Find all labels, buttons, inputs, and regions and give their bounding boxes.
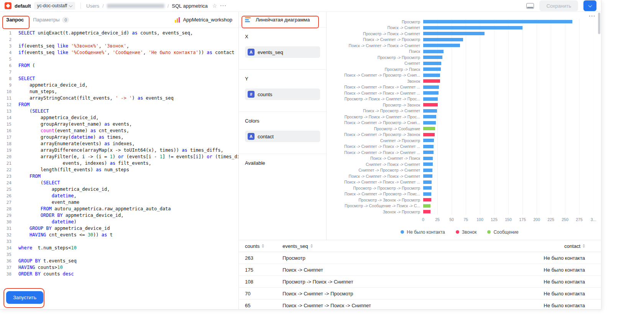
chart-bar[interactable] xyxy=(423,133,435,136)
chart-bar[interactable] xyxy=(423,162,433,166)
scrollbar[interactable] xyxy=(598,13,600,220)
code-line[interactable]: 2 xyxy=(0,36,238,43)
code-line[interactable]: 18 arrayEnumerate(events) as indexes, xyxy=(0,141,238,147)
chart-bar[interactable] xyxy=(423,62,441,65)
chart-bar[interactable] xyxy=(423,127,435,130)
code-line[interactable]: 37HAVING counts>10 xyxy=(0,264,238,271)
chart-bar[interactable] xyxy=(423,186,432,190)
tab-query[interactable]: Запрос xyxy=(6,17,24,23)
chart-bar[interactable] xyxy=(423,121,436,125)
table-row[interactable]: 108Просмотр -> Поиск -> СниппетНе было к… xyxy=(239,276,601,288)
chart-bar[interactable] xyxy=(423,91,439,95)
column-header-events-seq[interactable]: events_seq xyxy=(283,243,497,249)
code-line[interactable]: 11 arrayStringConcat(filt_events, ' -> '… xyxy=(0,95,238,102)
chart-bar[interactable] xyxy=(423,204,430,208)
code-line[interactable]: 36GROUP BY t.events_seq xyxy=(0,258,238,264)
table-row[interactable]: 263ПросмотрНе было контакта xyxy=(239,252,601,264)
chart-bar[interactable] xyxy=(423,85,439,89)
column-header-contact[interactable]: contact xyxy=(497,243,585,249)
chart-bar[interactable] xyxy=(423,44,460,47)
chart-bar[interactable] xyxy=(423,210,430,213)
chart-bar[interactable] xyxy=(423,169,432,172)
code-line[interactable]: 8SELECT xyxy=(0,75,238,82)
code-line[interactable]: 12FROM xyxy=(0,102,238,108)
field-counts[interactable]: # counts xyxy=(245,88,320,100)
table-row[interactable]: 175Поиск -> СниппетНе было контакта xyxy=(239,264,601,276)
chart-bar[interactable] xyxy=(423,97,438,101)
panel-toggle-icon[interactable] xyxy=(526,3,534,9)
connection-selector[interactable]: AppMetrica_workshop xyxy=(175,17,232,23)
chart-bar[interactable] xyxy=(423,38,463,41)
code-line[interactable]: 21 events, indexes) as filt_events, xyxy=(0,160,238,167)
code-line[interactable]: 5 xyxy=(0,56,238,62)
code-line[interactable]: 4if(events_seq like '%Сообщение%', 'Сооб… xyxy=(0,49,238,56)
code-line[interactable]: 6FROM ( xyxy=(0,62,238,69)
table-row[interactable]: 70Поиск -> Сниппет -> ПросмотрНе было ко… xyxy=(239,288,601,300)
code-line[interactable]: 38ORDER BY counts desc xyxy=(0,271,238,277)
chart-type-title[interactable]: Линейчатая диаграмма xyxy=(256,17,310,23)
breadcrumb-users-link[interactable]: Users xyxy=(86,3,99,9)
code-line[interactable]: 30 datetime) xyxy=(0,219,238,225)
sql-code-editor[interactable]: 1SELECT uniqExact(t.appmetrica_device_id… xyxy=(0,28,238,310)
code-line[interactable]: 10 num_steps, xyxy=(0,88,238,95)
field-contact[interactable]: A contact xyxy=(245,131,320,142)
chart-bar[interactable] xyxy=(423,192,431,196)
code-line[interactable]: 7 xyxy=(0,69,238,75)
more-menu-icon[interactable]: ··· xyxy=(220,3,227,9)
code-line[interactable]: 3if(events_seq like '%Звонок%', 'Звонок'… xyxy=(0,43,238,49)
scrollbar-thumb[interactable] xyxy=(598,13,600,34)
chart-bar[interactable] xyxy=(423,198,431,202)
chart-bar[interactable] xyxy=(423,20,572,23)
chart-bar[interactable] xyxy=(423,26,522,29)
code-line[interactable]: 32 HAVING cnt_events <= 30)) as t xyxy=(0,232,238,238)
chart-bar[interactable] xyxy=(423,56,442,59)
code-line[interactable]: 31 GROUP BY appmetrica_device_id xyxy=(0,225,238,232)
code-line[interactable]: 25 appmetrica_device_id, xyxy=(0,186,238,193)
run-button[interactable]: Запустить xyxy=(6,291,43,304)
chart-bar[interactable] xyxy=(423,174,432,178)
field-events-seq[interactable]: A events_seq xyxy=(245,46,320,58)
chart-bar[interactable] xyxy=(423,115,436,118)
code-line[interactable]: 26 datetime, xyxy=(0,193,238,199)
save-button[interactable]: Сохранить xyxy=(539,0,578,11)
legend-item[interactable]: Сообщение xyxy=(487,229,518,235)
tab-parameters[interactable]: Параметры 0 xyxy=(33,17,69,23)
chart-bar[interactable] xyxy=(423,109,437,113)
column-header-counts[interactable]: counts xyxy=(245,243,283,249)
code-line[interactable]: 27 event_name xyxy=(0,199,238,206)
code-line[interactable]: 16 count(event_name) as cnt_events, xyxy=(0,128,238,134)
code-line[interactable]: 23 FROM xyxy=(0,173,238,180)
table-row[interactable]: 65Поиск -> Сниппет -> Поиск -> СниппетНе… xyxy=(239,300,601,310)
code-line[interactable]: 1SELECT uniqExact(t.appmetrica_device_id… xyxy=(0,30,238,36)
chart-bar[interactable] xyxy=(423,157,433,160)
legend-item[interactable]: Не было контакта xyxy=(401,229,445,235)
code-line[interactable]: 33 xyxy=(0,238,238,245)
code-line[interactable]: 35 xyxy=(0,251,238,258)
chart-bar[interactable] xyxy=(423,50,444,53)
chart-bar[interactable] xyxy=(423,79,440,83)
chart-bar[interactable] xyxy=(423,103,438,107)
code-line[interactable]: 9 appmetrica_device_id, xyxy=(0,82,238,88)
code-line[interactable]: 20 arrayFilter(e, i -> (i = 1) or (event… xyxy=(0,154,238,160)
chart-bar[interactable] xyxy=(423,145,434,148)
chart-bar[interactable] xyxy=(423,67,441,71)
code-line[interactable]: 15 groupArray(event_name) as events, xyxy=(0,121,238,128)
legend-item[interactable]: Звонок xyxy=(456,229,477,235)
chart-bar[interactable] xyxy=(423,180,432,184)
chart-bar[interactable] xyxy=(423,151,434,154)
code-line[interactable]: 34where t.num_steps<10 xyxy=(0,245,238,251)
chart-bar[interactable] xyxy=(423,139,434,142)
code-line[interactable]: 24 (SELECT xyxy=(0,180,238,186)
favorite-star-icon[interactable]: ☆ xyxy=(212,3,217,9)
chart-more-menu-icon[interactable]: ··· xyxy=(589,13,596,19)
code-line[interactable]: 14 appmetrica_device_id, xyxy=(0,115,238,121)
datalens-logo-icon[interactable] xyxy=(5,2,12,9)
chart-bar[interactable] xyxy=(423,32,485,35)
code-line[interactable]: 17 groupArray(datetime) as times, xyxy=(0,134,238,141)
code-line[interactable]: 29 ORDER BY appmetrica_device_id, xyxy=(0,212,238,219)
code-line[interactable]: 22 length(filt_events) as num_steps xyxy=(0,167,238,173)
folder-selector[interactable]: yc-doc-outstaff xyxy=(34,2,75,10)
code-line[interactable]: 13 (SELECT xyxy=(0,108,238,115)
code-line[interactable]: 28 FROM autoru_appmetrica.raw_appmetrica… xyxy=(0,206,238,212)
save-dropdown-button[interactable] xyxy=(583,0,596,11)
